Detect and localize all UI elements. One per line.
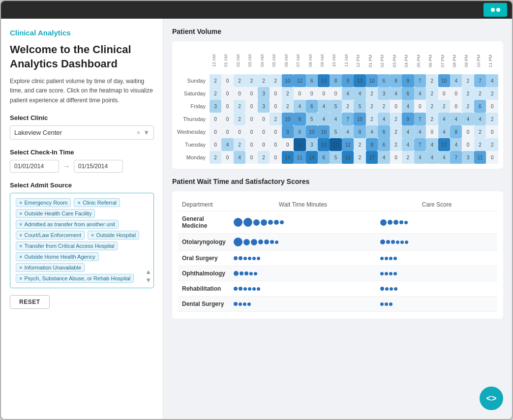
heatmap-cell[interactable]: 0	[486, 151, 498, 164]
heatmap-cell[interactable]: 0	[390, 151, 402, 164]
heatmap-cell[interactable]: 0	[234, 87, 245, 100]
admit-tag[interactable]: ×Admitted as transfer from another unit	[16, 220, 119, 229]
heatmap-cell[interactable]: 0	[438, 87, 450, 100]
heatmap-cell[interactable]: 12	[342, 138, 354, 151]
heatmap-cell[interactable]: 6	[294, 125, 305, 138]
tag-close-icon[interactable]: ×	[19, 221, 22, 227]
heatmap-cell[interactable]: 4	[354, 87, 365, 100]
reset-button[interactable]: RESET	[10, 295, 50, 309]
tag-close-icon[interactable]: ×	[91, 232, 94, 238]
tag-close-icon[interactable]: ×	[19, 210, 22, 216]
heatmap-cell[interactable]: 2	[474, 125, 486, 138]
heatmap-cell[interactable]: 2	[426, 74, 438, 87]
heatmap-cell[interactable]: 8	[354, 125, 365, 138]
heatmap-cell[interactable]: 3	[306, 138, 318, 151]
heatmap-cell[interactable]: 4	[342, 125, 354, 138]
heatmap-cell[interactable]: 8	[390, 74, 402, 87]
heatmap-cell[interactable]: 0	[318, 87, 330, 100]
heatmap-cell[interactable]: 0	[258, 113, 270, 125]
heatmap-cell[interactable]: 2	[366, 113, 378, 125]
heatmap-cell[interactable]: 4	[450, 113, 462, 125]
heatmap-cell[interactable]: 0	[210, 113, 221, 125]
scroll-up-icon[interactable]: ▲	[145, 268, 151, 275]
heatmap-cell[interactable]: 2	[282, 87, 294, 100]
heatmap-cell[interactable]: 9	[402, 113, 414, 125]
heatmap-cell[interactable]: 0	[282, 138, 294, 151]
heatmap-cell[interactable]: 0	[270, 125, 281, 138]
clinic-dropdown-icon[interactable]: ▼	[143, 129, 150, 136]
heatmap-cell[interactable]: 3	[378, 87, 390, 100]
heatmap-cell[interactable]: 0	[462, 125, 474, 138]
heatmap-cell[interactable]: 7	[414, 74, 426, 87]
heatmap-cell[interactable]: 4	[366, 125, 378, 138]
heatmap-cell[interactable]: 4	[330, 113, 341, 125]
heatmap-cell[interactable]: 4	[221, 138, 233, 151]
heatmap-cell[interactable]: 0	[245, 151, 257, 164]
heatmap-cell[interactable]: 0	[450, 100, 462, 113]
heatmap-cell[interactable]: 10	[306, 125, 318, 138]
heatmap-cell[interactable]: 5	[306, 113, 318, 125]
heatmap-cell[interactable]: 0	[258, 138, 270, 151]
heatmap-cell[interactable]: 3	[258, 87, 270, 100]
heatmap-cell[interactable]: 7	[342, 113, 354, 125]
admit-source-box[interactable]: ×Emergency Room×Clinic Referral×Outside …	[10, 193, 154, 288]
heatmap-cell[interactable]: 4	[438, 113, 450, 125]
heatmap-cell[interactable]: 4	[414, 151, 426, 164]
heatmap-cell[interactable]: 2	[354, 151, 365, 164]
tag-close-icon[interactable]: ×	[19, 200, 22, 206]
heatmap-cell[interactable]: 10	[366, 74, 378, 87]
heatmap-cell[interactable]: 4	[318, 113, 330, 125]
heatmap-cell[interactable]: 10	[282, 113, 294, 125]
heatmap-cell[interactable]: 5	[330, 151, 341, 164]
heatmap-cell[interactable]: 4	[486, 74, 498, 87]
heatmap-cell[interactable]: 0	[486, 125, 498, 138]
admit-tag[interactable]: ×Information Unavailable	[16, 263, 85, 272]
heatmap-cell[interactable]: 7	[414, 113, 426, 125]
heatmap-cell[interactable]: 2	[462, 74, 474, 87]
heatmap-cell[interactable]: 6	[474, 100, 486, 113]
heatmap-cell[interactable]: 2	[234, 74, 245, 87]
heatmap-cell[interactable]: 2	[282, 100, 294, 113]
heatmap-cell[interactable]: 13	[342, 151, 354, 164]
heatmap-cell[interactable]: 10	[354, 113, 365, 125]
heatmap-cell[interactable]: 0	[245, 125, 257, 138]
heatmap-cell[interactable]: 22	[330, 138, 341, 151]
admit-tag[interactable]: ×Clinic Referral	[74, 198, 120, 207]
heatmap-cell[interactable]: 9	[294, 113, 305, 125]
heatmap-cell[interactable]: 4	[402, 125, 414, 138]
heatmap-cell[interactable]: 2	[462, 87, 474, 100]
heatmap-cell[interactable]: 9	[366, 138, 378, 151]
heatmap-cell[interactable]: 2	[210, 151, 221, 164]
heatmap-cell[interactable]: 0	[245, 113, 257, 125]
heatmap-cell[interactable]: 2	[234, 100, 245, 113]
heatmap-cell[interactable]: 0	[221, 125, 233, 138]
heatmap-cell[interactable]: 0	[221, 74, 233, 87]
admit-tag[interactable]: ×Court/Law Enforcement	[16, 231, 85, 240]
heatmap-cell[interactable]: 2	[462, 100, 474, 113]
admit-tag[interactable]: ×Emergency Room	[16, 198, 71, 207]
heatmap-cell[interactable]: 0	[270, 151, 281, 164]
tag-close-icon[interactable]: ×	[19, 232, 22, 238]
heatmap-cell[interactable]: 13	[318, 138, 330, 151]
tag-close-icon[interactable]: ×	[19, 275, 22, 281]
heatmap-cell[interactable]: 8	[330, 74, 341, 87]
heatmap-cell[interactable]: 6	[306, 74, 318, 87]
heatmap-cell[interactable]: 2	[426, 87, 438, 100]
heatmap-cell[interactable]: 17	[366, 151, 378, 164]
heatmap-cell[interactable]: 10	[438, 74, 450, 87]
heatmap-cell[interactable]: 0	[306, 87, 318, 100]
heatmap-cell[interactable]: 4	[378, 113, 390, 125]
heatmap-cell[interactable]: 2	[486, 87, 498, 100]
heatmap-cell[interactable]: 5	[330, 125, 341, 138]
heatmap-cell[interactable]: 2	[390, 125, 402, 138]
heatmap-cell[interactable]: 0	[294, 87, 305, 100]
heatmap-cell[interactable]: 13	[318, 74, 330, 87]
heatmap-cell[interactable]: 4	[438, 151, 450, 164]
heatmap-cell[interactable]: 2	[210, 74, 221, 87]
tag-close-icon[interactable]: ×	[19, 254, 22, 260]
heatmap-cell[interactable]: 6	[378, 125, 390, 138]
heatmap-cell[interactable]: 2	[378, 100, 390, 113]
heatmap-cell[interactable]: 14	[282, 151, 294, 164]
heatmap-cell[interactable]: 6	[378, 138, 390, 151]
heatmap-cell[interactable]: 2	[258, 74, 270, 87]
